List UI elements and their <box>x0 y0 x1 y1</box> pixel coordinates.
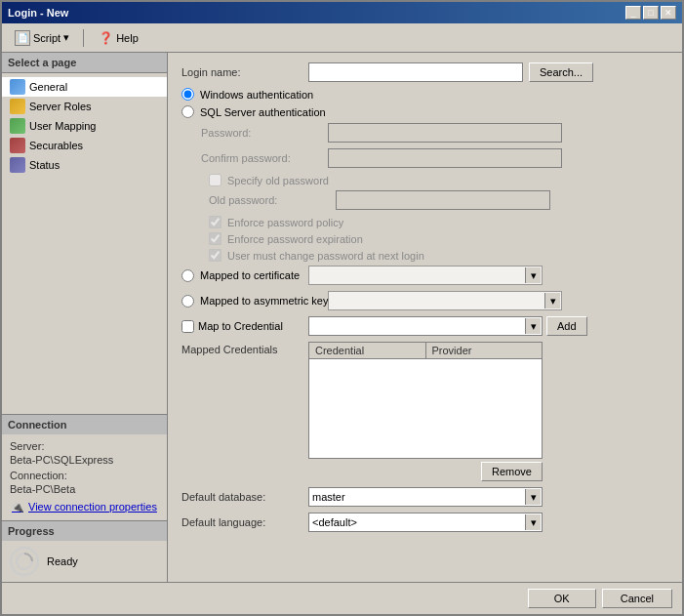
script-label: Script <box>33 32 60 44</box>
credentials-table: Credential Provider <box>308 342 543 459</box>
map-to-credential-checkbox[interactable] <box>181 320 194 333</box>
cancel-button[interactable]: Cancel <box>602 589 672 608</box>
securables-icon <box>10 138 25 153</box>
specify-old-password-checkbox[interactable] <box>209 174 221 186</box>
select-page-header: Select a page <box>2 53 167 73</box>
windows-auth-radio[interactable] <box>181 88 194 101</box>
bottom-bar: OK Cancel <box>2 582 682 614</box>
remove-btn-wrapper: Remove <box>308 462 543 481</box>
search-button[interactable]: Search... <box>529 62 593 82</box>
password-row: Password: <box>181 123 668 143</box>
general-icon <box>10 79 25 95</box>
credentials-table-area: Credential Provider Remove <box>308 342 543 481</box>
maximize-button[interactable]: □ <box>643 6 659 20</box>
map-to-credential-label: Map to Credential <box>198 320 283 332</box>
connection-section: Connection Server: Beta-PC\SQLExpress Co… <box>2 414 167 520</box>
connection-header: Connection <box>2 415 167 434</box>
user-must-change-checkbox[interactable] <box>209 249 221 262</box>
enforce-expiration-row: Enforce password expiration <box>181 232 668 245</box>
windows-auth-label: Windows authentication <box>200 89 313 101</box>
enforce-policy-row: Enforce password policy <box>181 216 668 228</box>
window-title: Login - New <box>8 7 68 19</box>
certificate-dropdown-wrapper: ▾ <box>308 266 543 285</box>
mapped-to-certificate-radio[interactable] <box>181 269 194 282</box>
default-language-select[interactable]: <default> English <box>308 513 543 532</box>
specify-old-password-row: Specify old password <box>181 174 668 186</box>
progress-content: Ready <box>2 541 167 582</box>
enforce-expiration-checkbox[interactable] <box>209 232 221 245</box>
title-bar: Login - New _ □ ✕ <box>2 2 682 23</box>
asymmetric-select[interactable] <box>328 291 562 310</box>
toolbar: 📄 Script ▾ ❓ Help <box>2 23 682 53</box>
default-language-dropdown-wrapper: <default> English ▾ <box>308 513 543 532</box>
ok-button[interactable]: OK <box>528 589 596 608</box>
nav-item-general[interactable]: General <box>2 77 167 97</box>
enforce-expiration-label: Enforce password expiration <box>227 233 363 245</box>
confirm-password-input[interactable] <box>328 148 562 168</box>
default-language-row: Default language: <default> English ▾ <box>181 513 668 532</box>
server-roles-icon <box>10 99 25 114</box>
script-dropdown-arrow: ▾ <box>63 31 69 44</box>
sql-auth-row: SQL Server authentication <box>181 105 668 118</box>
old-password-row: Old password: <box>181 190 668 210</box>
mapped-to-certificate-label: Mapped to certificate <box>200 269 300 281</box>
mapped-to-asymmetric-radio[interactable] <box>181 295 194 308</box>
default-database-select[interactable]: master tempdb model msdb <box>308 487 543 507</box>
old-password-label: Old password: <box>209 194 336 206</box>
help-icon: ❓ <box>98 30 113 46</box>
remove-button[interactable]: Remove <box>481 462 543 481</box>
nav-item-status-label: Status <box>29 159 60 171</box>
login-name-input[interactable] <box>308 62 523 82</box>
login-name-label: Login name: <box>181 66 308 78</box>
nav-item-server-roles[interactable]: Server Roles <box>2 97 167 116</box>
provider-col-header: Provider <box>426 343 543 358</box>
nav-item-user-mapping[interactable]: User Mapping <box>2 116 167 136</box>
password-input[interactable] <box>328 123 562 143</box>
progress-status: Ready <box>47 555 78 567</box>
credential-col-header: Credential <box>309 343 426 358</box>
default-database-label: Default database: <box>181 491 308 503</box>
server-label: Server: <box>10 440 159 452</box>
progress-spinner-icon <box>10 547 39 576</box>
user-must-change-row: User must change password at next login <box>181 249 668 262</box>
enforce-policy-checkbox[interactable] <box>209 216 221 228</box>
connection-label: Connection: <box>10 470 159 481</box>
server-value: Beta-PC\SQLExpress <box>10 454 159 466</box>
connection-value: Beta-PC\Beta <box>10 483 159 495</box>
progress-header: Progress <box>2 521 167 541</box>
mapped-to-certificate-row: Mapped to certificate ▾ <box>181 266 668 285</box>
login-name-row: Login name: Search... <box>181 62 668 82</box>
view-connection-link[interactable]: 🔌 View connection properties <box>10 499 159 514</box>
main-content: Select a page General Server Roles User … <box>2 53 682 582</box>
script-button[interactable]: 📄 Script ▾ <box>8 27 76 49</box>
mapped-credentials-row: Mapped Credentials Credential Provider R… <box>181 342 668 481</box>
confirm-password-label: Confirm password: <box>201 152 328 164</box>
password-label: Password: <box>201 127 328 139</box>
add-button[interactable]: Add <box>546 316 587 336</box>
default-language-label: Default language: <box>181 516 308 528</box>
nav-item-securables-label: Securables <box>29 140 83 151</box>
map-to-credential-label-wrapper: Map to Credential <box>181 320 308 333</box>
nav-item-status[interactable]: Status <box>2 155 167 175</box>
main-window: Login - New _ □ ✕ 📄 Script ▾ ❓ Help Sele… <box>0 0 684 616</box>
asymmetric-dropdown-wrapper: ▾ <box>328 291 562 310</box>
status-icon <box>10 157 25 173</box>
default-database-dropdown-wrapper: master tempdb model msdb ▾ <box>308 487 543 507</box>
nav-item-server-roles-label: Server Roles <box>29 101 92 112</box>
old-password-input[interactable] <box>336 190 550 210</box>
minimize-button[interactable]: _ <box>625 6 641 20</box>
map-to-credential-row: Map to Credential ▾ Add <box>181 316 668 336</box>
certificate-select[interactable] <box>308 266 543 285</box>
help-button[interactable]: ❓ Help <box>91 27 145 49</box>
close-button[interactable]: ✕ <box>661 6 676 20</box>
mapped-to-asymmetric-row: Mapped to asymmetric key ▾ <box>181 291 668 310</box>
connection-content: Server: Beta-PC\SQLExpress Connection: B… <box>2 434 167 520</box>
nav-item-securables[interactable]: Securables <box>2 136 167 155</box>
nav-item-general-label: General <box>29 81 67 93</box>
credential-select[interactable] <box>308 316 543 336</box>
sql-auth-label: SQL Server authentication <box>200 106 326 118</box>
title-bar-buttons: _ □ ✕ <box>625 6 676 20</box>
default-database-row: Default database: master tempdb model ms… <box>181 487 668 507</box>
script-icon: 📄 <box>15 30 30 46</box>
sql-auth-radio[interactable] <box>181 105 194 118</box>
